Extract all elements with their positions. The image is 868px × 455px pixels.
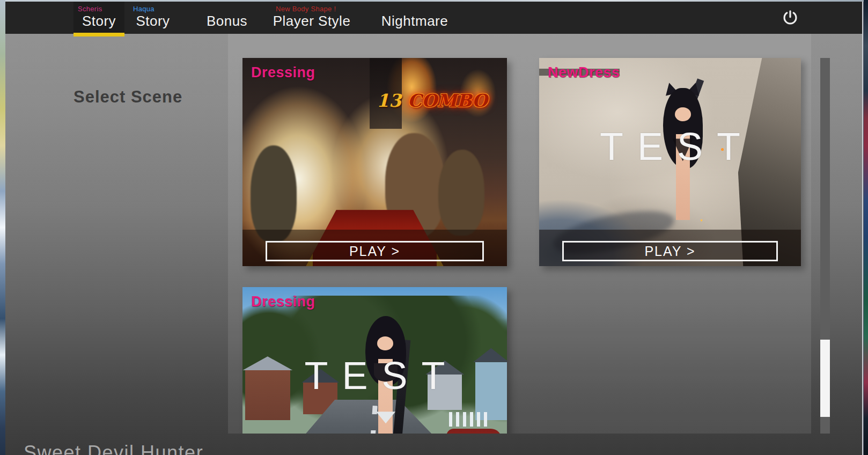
tab-haqua-super-label: Haqua xyxy=(133,5,155,13)
scene-card-newdress: NewDress TEST PLAY > xyxy=(539,58,801,266)
play-button-band: PLAY > xyxy=(242,230,507,266)
play-button[interactable]: PLAY > xyxy=(266,241,484,261)
monster-silhouette xyxy=(438,150,484,236)
scene-name-label: Dressing xyxy=(251,293,315,310)
top-navbar: Scheris Story Haqua Story Bonus New Body… xyxy=(5,2,862,34)
play-button[interactable]: PLAY > xyxy=(562,241,778,261)
combo-word: COMBO xyxy=(408,90,488,111)
test-watermark: TEST xyxy=(242,354,507,398)
tab-player-style-super-label: New Body Shape ! xyxy=(276,5,336,13)
play-button-band: PLAY > xyxy=(539,230,801,266)
game-screen: Scheris Story Haqua Story Bonus New Body… xyxy=(0,0,868,455)
combo-counter: 13COMBO xyxy=(377,90,488,111)
tab-nightmare[interactable]: Nightmare xyxy=(377,2,452,34)
tab-bonus[interactable]: Bonus xyxy=(200,2,254,34)
tab-player-style-label: Player Style xyxy=(271,13,352,30)
scrollbar-track[interactable] xyxy=(820,58,830,434)
power-icon xyxy=(782,9,799,28)
tab-player-style[interactable]: New Body Shape ! Player Style xyxy=(271,2,352,34)
tab-haqua-story[interactable]: Haqua Story xyxy=(129,2,177,34)
scene-list-viewport: Dressing 13COMBO PLAY > xyxy=(228,34,811,434)
tab-bar: Scheris Story Haqua Story Bonus New Body… xyxy=(73,2,452,34)
tab-nightmare-label: Nightmare xyxy=(377,13,452,30)
tab-haqua-label: Story xyxy=(129,13,177,30)
tab-bonus-label: Bonus xyxy=(200,13,254,30)
tab-scheris-label: Story xyxy=(73,13,124,30)
scene-name-label: NewDress xyxy=(548,64,620,81)
game-title: Sweet Devil Hunter xyxy=(24,442,203,455)
power-button[interactable] xyxy=(781,9,800,28)
app-window: Scheris Story Haqua Story Bonus New Body… xyxy=(5,2,863,455)
scene-card-dressing-1: Dressing 13COMBO PLAY > xyxy=(242,58,507,266)
combo-number: 13 xyxy=(377,90,401,111)
tab-scheris-story[interactable]: Scheris Story xyxy=(73,2,124,34)
active-tab-underline xyxy=(73,33,124,36)
test-watermark: TEST xyxy=(539,124,801,168)
desktop-background-right-edge xyxy=(864,0,868,455)
desktop-background-left-edge xyxy=(0,0,5,455)
scene-card-dressing-2: Dressing TEST PLAY > xyxy=(242,287,507,434)
scene-name-label: Dressing xyxy=(251,64,315,81)
monster-silhouette xyxy=(251,145,297,242)
picket-fence-art xyxy=(449,412,489,427)
scrollbar-thumb[interactable] xyxy=(820,340,830,417)
tab-scheris-super-label: Scheris xyxy=(78,5,102,13)
page-title: Select Scene xyxy=(73,87,182,107)
car-art xyxy=(446,429,502,434)
